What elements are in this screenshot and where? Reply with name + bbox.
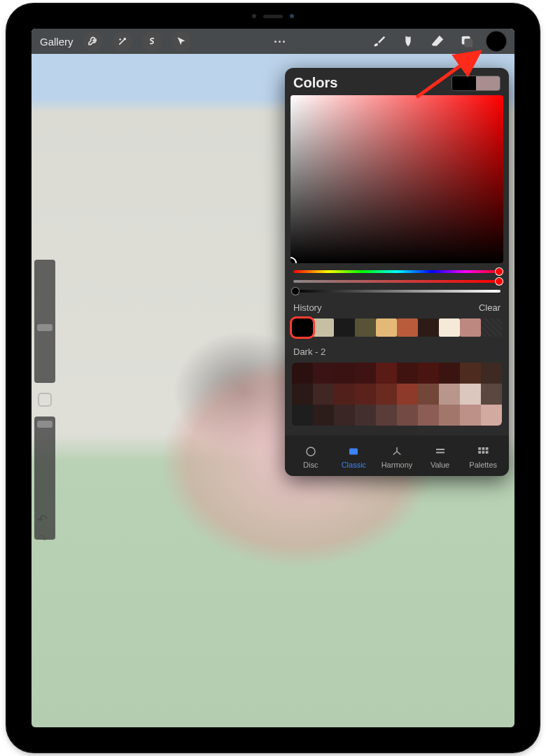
palette-swatch[interactable] — [439, 405, 460, 426]
clear-history-button[interactable]: Clear — [479, 302, 500, 313]
color-preview-secondary — [476, 76, 500, 90]
palette-swatch[interactable] — [376, 363, 397, 384]
history-swatch[interactable] — [481, 318, 502, 337]
palette-swatch[interactable] — [418, 384, 439, 405]
svg-rect-7 — [482, 447, 485, 450]
color-preview-pair[interactable] — [451, 76, 500, 91]
brush-icon — [371, 34, 386, 49]
palette-swatch[interactable] — [460, 405, 481, 426]
left-rail — [34, 260, 55, 540]
brush-size-slider[interactable] — [34, 260, 55, 383]
smudge-icon — [400, 34, 416, 49]
gallery-button[interactable]: Gallery — [40, 36, 74, 48]
screen: Gallery — [31, 29, 514, 727]
history-swatch[interactable] — [334, 318, 355, 337]
palette-swatch[interactable] — [397, 363, 418, 384]
selection-button[interactable] — [142, 31, 162, 51]
palette-swatch[interactable] — [292, 405, 313, 426]
palette-swatch[interactable] — [439, 363, 460, 384]
palette-swatch[interactable] — [355, 384, 376, 405]
eraser-icon — [430, 34, 445, 49]
palette-swatch[interactable] — [418, 363, 439, 384]
history-swatch[interactable] — [313, 318, 334, 337]
eraser-button[interactable] — [428, 31, 447, 51]
palette-swatch[interactable] — [397, 384, 418, 405]
value-knob[interactable] — [292, 288, 299, 295]
palette-swatch[interactable] — [460, 384, 481, 405]
palette-swatch[interactable] — [481, 363, 502, 384]
ipad-frame: Gallery — [7, 4, 539, 752]
redo-button[interactable]: ↷ — [37, 531, 54, 547]
palette-swatch[interactable] — [460, 363, 481, 384]
svg-rect-3 — [349, 449, 358, 455]
actions-button[interactable] — [83, 31, 103, 51]
tab-palettes[interactable]: Palettes — [463, 445, 503, 469]
hue-slider[interactable] — [293, 270, 500, 273]
color-preview-primary — [452, 76, 476, 90]
undo-redo-group: ↶ ↷ — [37, 512, 54, 547]
history-swatch[interactable] — [418, 318, 439, 337]
tab-value[interactable]: Value — [421, 445, 460, 469]
saturation-slider[interactable] — [293, 280, 500, 283]
history-swatch[interactable] — [439, 318, 460, 337]
saturation-value-box[interactable] — [290, 95, 503, 263]
palette-swatch[interactable] — [313, 384, 334, 405]
palette-name-label: Dark - 2 — [285, 337, 509, 360]
modify-button[interactable] — [38, 393, 52, 407]
color-button[interactable] — [486, 31, 506, 51]
palette-swatch[interactable] — [376, 384, 397, 405]
tab-classic[interactable]: Classic — [334, 445, 373, 469]
colors-tabbar: DiscClassicHarmonyValuePalettes — [285, 435, 509, 476]
history-swatch[interactable] — [355, 318, 376, 337]
tab-disc[interactable]: Disc — [291, 445, 330, 469]
svg-point-2 — [307, 447, 315, 456]
palette-swatch[interactable] — [334, 363, 355, 384]
history-swatches — [292, 318, 502, 337]
top-toolbar: Gallery — [31, 29, 514, 54]
palette-swatch[interactable] — [418, 405, 439, 426]
palettes-icon — [475, 445, 491, 458]
palette-swatch[interactable] — [313, 363, 334, 384]
value-icon — [432, 445, 449, 458]
undo-button[interactable]: ↶ — [37, 512, 54, 527]
brush-button[interactable] — [369, 31, 388, 51]
transform-button[interactable] — [172, 31, 191, 51]
palette-swatch[interactable] — [334, 405, 355, 426]
palette-swatch[interactable] — [376, 405, 397, 426]
brush-opacity-thumb[interactable] — [37, 421, 52, 428]
history-label: History — [293, 302, 321, 313]
palette-swatch[interactable] — [439, 384, 460, 405]
wand-icon — [117, 36, 128, 47]
colors-title: Colors — [293, 75, 451, 91]
svg-rect-1 — [464, 38, 472, 47]
palette-swatch[interactable] — [397, 405, 418, 426]
history-swatch[interactable] — [460, 318, 481, 337]
value-slider[interactable] — [293, 290, 500, 293]
adjustments-button[interactable] — [113, 31, 132, 51]
palette-swatch[interactable] — [292, 384, 313, 405]
hue-knob[interactable] — [496, 268, 503, 275]
tab-harmony[interactable]: Harmony — [377, 445, 416, 469]
harmony-icon — [388, 445, 405, 458]
wrench-icon — [88, 36, 99, 47]
palette-swatch[interactable] — [481, 405, 502, 426]
history-swatch[interactable] — [397, 318, 418, 337]
history-swatch[interactable] — [376, 318, 397, 337]
more-button[interactable] — [270, 31, 290, 51]
cursor-icon — [176, 36, 187, 47]
palette-swatch[interactable] — [292, 363, 313, 384]
palette-swatch[interactable] — [355, 405, 376, 426]
history-swatch[interactable] — [292, 318, 313, 337]
brush-size-thumb[interactable] — [37, 324, 52, 331]
smudge-button[interactable] — [398, 31, 418, 51]
saturation-knob[interactable] — [496, 278, 503, 285]
palette-swatch[interactable] — [334, 384, 355, 405]
sensor-cluster — [252, 14, 294, 18]
svg-rect-11 — [486, 451, 489, 454]
colors-header: Colors — [285, 68, 509, 95]
palette-swatch[interactable] — [355, 363, 376, 384]
layers-icon — [459, 34, 475, 49]
layers-button[interactable] — [457, 31, 477, 51]
palette-swatch[interactable] — [313, 405, 334, 426]
palette-swatch[interactable] — [481, 384, 502, 405]
